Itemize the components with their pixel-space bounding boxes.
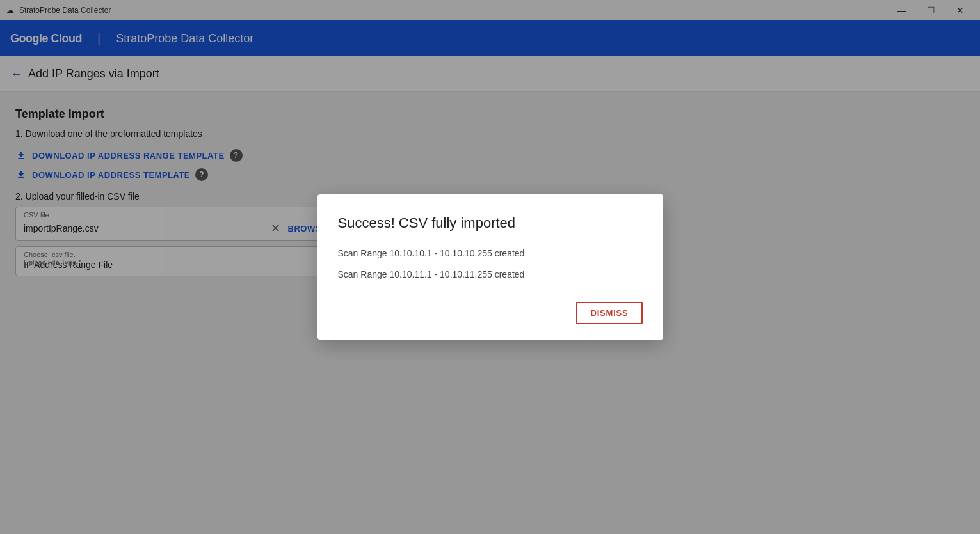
modal-overlay: Success! CSV fully imported Scan Range 1… xyxy=(0,0,980,534)
dismiss-button[interactable]: DISMISS xyxy=(576,302,642,324)
modal-title: Success! CSV fully imported xyxy=(338,215,643,232)
success-modal: Success! CSV fully imported Scan Range 1… xyxy=(317,194,663,340)
modal-message-2: Scan Range 10.10.11.1 - 10.10.11.255 cre… xyxy=(338,268,643,281)
modal-actions: DISMISS xyxy=(338,302,643,324)
modal-message-1: Scan Range 10.10.10.1 - 10.10.10.255 cre… xyxy=(338,247,643,260)
